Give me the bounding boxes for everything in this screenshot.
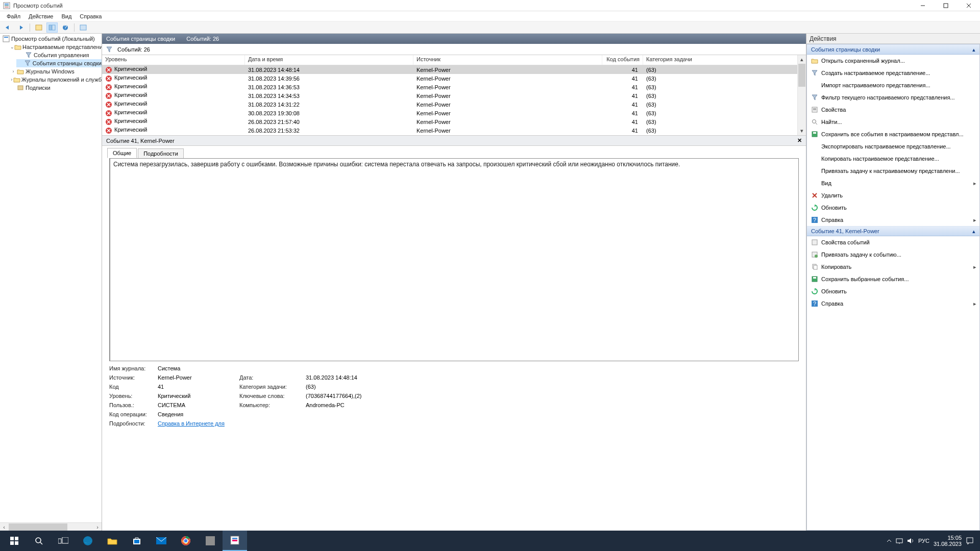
taskbar-eventviewer[interactable]: [223, 531, 247, 551]
col-source[interactable]: Источник: [413, 55, 602, 65]
titlebar: Просмотр событий: [0, 0, 980, 11]
col-datetime[interactable]: Дата и время: [245, 55, 413, 65]
action-view[interactable]: Вид ▸: [807, 177, 979, 189]
menu-help[interactable]: Справка: [76, 12, 105, 20]
expand-icon[interactable]: ›: [10, 68, 16, 74]
collapse-icon[interactable]: ⌄: [10, 44, 14, 50]
action-delete[interactable]: Удалить: [807, 189, 979, 202]
extra-button[interactable]: [78, 22, 89, 33]
tree-summary-events[interactable]: События страницы сводки: [16, 59, 102, 67]
collapse-icon[interactable]: ▴: [972, 46, 975, 53]
action-item[interactable]: Привязать задачу к настраиваемому предст…: [807, 165, 979, 177]
tree-h-scrollbar[interactable]: ‹ ›: [0, 522, 102, 531]
tree-app-service-logs[interactable]: › Журналы приложений и служб: [8, 76, 102, 84]
event-row[interactable]: Критический31.08.2023 14:31:22Kernel-Pow…: [102, 100, 806, 109]
col-task[interactable]: Категория задачи: [643, 55, 806, 65]
notifications-icon[interactable]: [966, 537, 974, 545]
action-item[interactable]: Найти...: [807, 116, 979, 128]
scroll-down-icon[interactable]: ▾: [798, 127, 806, 135]
scroll-up-icon[interactable]: ▴: [798, 55, 806, 64]
maximize-button[interactable]: [934, 0, 957, 11]
tab-general[interactable]: Общие: [107, 148, 137, 158]
event-row[interactable]: Критический31.08.2023 14:34:53Kernel-Pow…: [102, 91, 806, 100]
scroll-left-icon[interactable]: ‹: [0, 523, 8, 531]
action-item[interactable]: Импорт настраиваемого представления...: [807, 79, 979, 91]
event-row[interactable]: Критический31.08.2023 14:39:56Kernel-Pow…: [102, 74, 806, 83]
taskbar-app[interactable]: [198, 531, 223, 551]
tree-windows-logs[interactable]: › Журналы Windows: [8, 67, 102, 76]
online-help-link[interactable]: Справка в Интернете для: [158, 420, 225, 427]
start-button[interactable]: [2, 531, 27, 551]
scroll-right-icon[interactable]: ›: [93, 523, 102, 531]
action-help[interactable]: ? Справка ▸: [807, 214, 979, 226]
menu-file[interactable]: Файл: [3, 12, 24, 20]
action-item[interactable]: Создать настраиваемое представление...: [807, 67, 979, 79]
grid-headers[interactable]: Уровень Дата и время Источник Код событи…: [102, 55, 806, 65]
action-item[interactable]: Сохранить выбранные события...: [807, 273, 979, 285]
taskbar-clock[interactable]: 15:05 31.08.2023: [934, 535, 962, 547]
actions-group-header[interactable]: Событие 41, Kernel-Power ▴: [807, 226, 979, 236]
tab-details[interactable]: Подробности: [138, 148, 184, 158]
action-item[interactable]: Открыть сохраненный журнал...: [807, 55, 979, 67]
tree-subscriptions[interactable]: Подписки: [8, 84, 102, 92]
taskbar-explorer[interactable]: [100, 531, 125, 551]
collapse-icon[interactable]: ▴: [972, 228, 975, 235]
close-button[interactable]: [957, 0, 980, 11]
system-tray[interactable]: РУС 15:05 31.08.2023: [883, 535, 978, 547]
event-row[interactable]: Критический26.08.2023 21:57:40Kernel-Pow…: [102, 117, 806, 126]
action-label: Создать настраиваемое представление...: [821, 70, 930, 76]
network-icon[interactable]: [896, 538, 903, 544]
menu-action[interactable]: Действие: [25, 12, 57, 20]
event-row[interactable]: Критический31.08.2023 14:48:14Kernel-Pow…: [102, 65, 806, 74]
volume-icon[interactable]: [907, 538, 914, 544]
tree-root[interactable]: Просмотр событий (Локальный): [0, 35, 102, 43]
tree-custom-views[interactable]: ⌄ Настраиваемые представления: [8, 43, 102, 51]
minimize-button[interactable]: [911, 0, 934, 11]
tray-chevron-icon[interactable]: [887, 538, 892, 543]
taskbar-mail[interactable]: [149, 531, 174, 551]
taskbar-edge[interactable]: [76, 531, 100, 551]
detail-panel: Система перезагрузилась, завершив работу…: [102, 158, 806, 531]
grid-v-scrollbar[interactable]: ▴ ▾: [797, 55, 806, 135]
action-item[interactable]: Обновить: [807, 285, 979, 297]
svg-line-69: [40, 542, 42, 544]
search-button[interactable]: [27, 531, 51, 551]
action-item[interactable]: Свойства: [807, 104, 979, 116]
folder-icon: [14, 44, 21, 50]
scrollbar-thumb[interactable]: [9, 523, 67, 531]
error-icon: [105, 101, 112, 108]
action-refresh[interactable]: Обновить: [807, 202, 979, 214]
action-item[interactable]: Фильтр текущего настраиваемого представл…: [807, 91, 979, 104]
scrollbar-thumb[interactable]: [798, 64, 805, 87]
menu-view[interactable]: Вид: [58, 12, 75, 20]
action-item[interactable]: ?Справка▸: [807, 297, 979, 310]
nav-back-button[interactable]: [2, 22, 13, 33]
col-code[interactable]: Код события: [602, 55, 643, 65]
action-item[interactable]: Экспортировать настраиваемое представлен…: [807, 140, 979, 153]
event-row[interactable]: Критический30.08.2023 19:30:08Kernel-Pow…: [102, 109, 806, 117]
taskbar-store[interactable]: [125, 531, 149, 551]
tree-admin-events[interactable]: События управления: [16, 51, 102, 59]
action-item[interactable]: Копировать▸: [807, 261, 979, 273]
event-row[interactable]: Критический26.08.2023 21:47:46Kernel-Pow…: [102, 135, 806, 136]
show-tree-button[interactable]: [33, 22, 44, 33]
event-row[interactable]: Критический31.08.2023 14:36:53Kernel-Pow…: [102, 83, 806, 91]
detail-close-icon[interactable]: ✕: [797, 137, 802, 144]
lang-indicator[interactable]: РУС: [918, 538, 929, 544]
nav-forward-button[interactable]: [15, 22, 27, 33]
event-row[interactable]: Критический26.08.2023 21:53:32Kernel-Pow…: [102, 126, 806, 135]
actions-group-header[interactable]: События страницы сводки ▴: [807, 44, 979, 55]
action-item[interactable]: Свойства событий: [807, 236, 979, 248]
taskbar-chrome[interactable]: [174, 531, 198, 551]
help-button[interactable]: ?: [60, 22, 71, 33]
action-item[interactable]: Привязать задачу к событию...: [807, 248, 979, 261]
taskview-button[interactable]: [51, 531, 76, 551]
col-level[interactable]: Уровень: [102, 55, 245, 65]
action-icon: [810, 264, 819, 270]
prop-key: Пользов.:: [109, 402, 158, 408]
panel-toggle-button[interactable]: [46, 22, 58, 33]
action-item[interactable]: Копировать настраиваемое представление..…: [807, 153, 979, 165]
action-label: Свойства: [821, 107, 846, 113]
svg-rect-59: [814, 265, 817, 269]
action-item[interactable]: Сохранить все события в настраиваемом пр…: [807, 128, 979, 140]
